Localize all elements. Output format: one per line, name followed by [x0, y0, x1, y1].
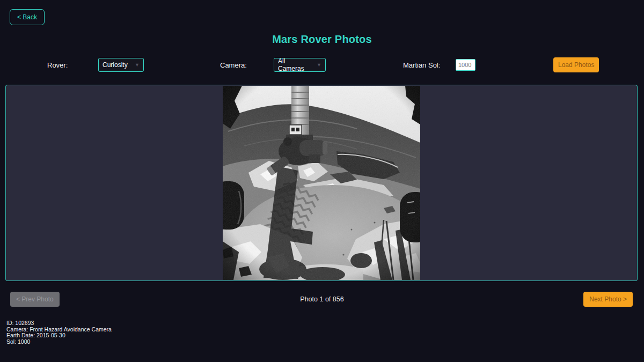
photo-counter: Photo 1 of 856: [0, 295, 644, 303]
photo-id: ID: 102693: [6, 320, 112, 327]
chevron-down-icon: ▼: [317, 63, 321, 68]
photo-metadata: ID: 102693 Camera: Front Hazard Avoidanc…: [6, 320, 112, 345]
camera-select-value: All Cameras: [278, 57, 312, 72]
camera-select[interactable]: All Cameras ▼: [274, 58, 326, 72]
back-button[interactable]: < Back: [10, 9, 45, 25]
load-photos-button[interactable]: Load Photos: [553, 57, 599, 72]
photo-viewer: [5, 85, 638, 281]
photo-sol: Sol: 1000: [6, 339, 112, 345]
rover-select[interactable]: Curiosity ▼: [98, 58, 144, 72]
mars-photo: [223, 86, 420, 280]
rover-select-value: Curiosity: [103, 61, 128, 69]
chevron-down-icon: ▼: [135, 63, 140, 68]
martian-sol-input[interactable]: [456, 59, 475, 71]
next-photo-button[interactable]: Next Photo >: [583, 292, 633, 307]
camera-label: Camera:: [220, 61, 247, 69]
rover-label: Rover:: [47, 61, 68, 69]
prev-photo-button[interactable]: < Prev Photo: [10, 292, 60, 307]
page-title: Mars Rover Photos: [0, 33, 644, 46]
martian-sol-label: Martian Sol:: [403, 61, 440, 69]
